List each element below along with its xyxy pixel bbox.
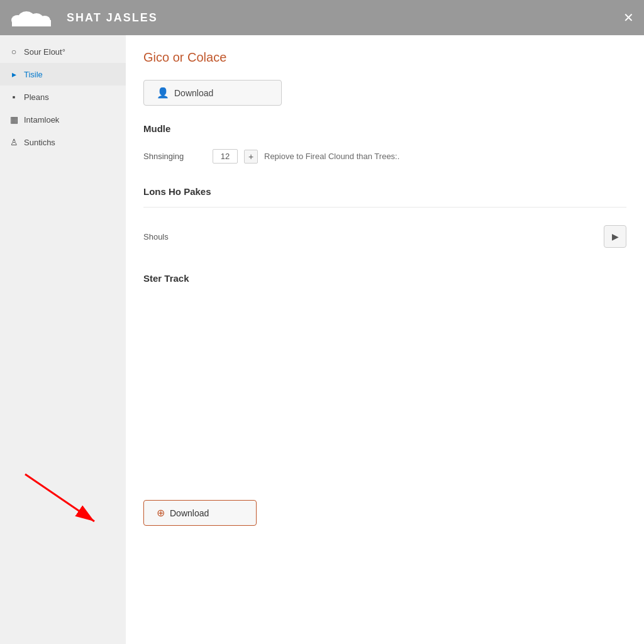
page-title: Gico or Colace xyxy=(143,50,626,65)
sidebar-item-tisile[interactable]: ▸ Tisile xyxy=(0,63,126,86)
sour-elout-icon: ○ xyxy=(9,47,19,57)
sidebar-item-suntichs[interactable]: ♙ Suntichs xyxy=(0,131,126,153)
sidebar-item-label: Suntichs xyxy=(24,138,55,147)
sidebar-item-label: Sour Elout° xyxy=(24,47,65,57)
sidebar-item-sour-elout[interactable]: ○ Sour Elout° xyxy=(0,40,126,63)
shouls-row: Shouls ▶ xyxy=(143,218,626,255)
pleans-icon: ▪ xyxy=(9,92,19,102)
lons-ho-pakes-header: Lons Ho Pakes xyxy=(143,186,626,197)
svg-line-6 xyxy=(25,474,94,521)
sidebar-item-pleans[interactable]: ▪ Pleans xyxy=(0,86,126,108)
intamloek-icon: ▦ xyxy=(9,114,19,125)
module-section-header: Mudle xyxy=(143,123,626,134)
app-header: SHAT JASLES ✕ xyxy=(0,0,644,35)
content-area: Gico or Colace 👤 Download Mudle Shnsingi… xyxy=(126,35,644,644)
soundcloud-logo-icon xyxy=(10,8,54,28)
tisile-icon: ▸ xyxy=(9,69,19,79)
ster-track-header: Ster Track xyxy=(143,273,626,284)
arrow-annotation xyxy=(13,468,113,531)
main-layout: ○ Sour Elout° ▸ Tisile ▪ Pleans ▦ Intaml… xyxy=(0,35,644,644)
sidebar-item-label: Pleans xyxy=(24,92,49,102)
play-icon: ▶ xyxy=(612,231,619,242)
header-title: SHAT JASLES xyxy=(67,11,623,25)
ster-track-section: Ster Track xyxy=(143,273,626,482)
play-button[interactable]: ▶ xyxy=(604,225,626,248)
download-bottom-icon: ⊕ xyxy=(157,507,165,519)
sidebar-item-label: Tisile xyxy=(24,70,43,79)
svg-rect-4 xyxy=(12,20,51,26)
section-divider xyxy=(143,207,626,208)
suntichs-icon: ♙ xyxy=(9,137,19,147)
download-bottom-button[interactable]: ⊕ Download xyxy=(143,500,257,526)
sidebar-item-label: Intamloek xyxy=(24,115,59,125)
close-icon[interactable]: ✕ xyxy=(623,10,634,25)
sidebar: ○ Sour Elout° ▸ Tisile ▪ Pleans ▦ Intaml… xyxy=(0,35,126,644)
ster-track-content xyxy=(143,294,626,482)
field-label: Shnsinging xyxy=(143,152,206,161)
module-field-row: Shnsinging 12 + Repiove to Fireal Clound… xyxy=(143,144,626,169)
person-download-icon: 👤 xyxy=(157,87,169,99)
lons-ho-pakes-section: Lons Ho Pakes Shouls ▶ xyxy=(143,186,626,255)
module-section: Mudle Shnsinging 12 + Repiove to Fireal … xyxy=(143,123,626,169)
field-description: Repiove to Fireal Clound than Trees:. xyxy=(264,152,399,161)
field-value[interactable]: 12 xyxy=(213,149,238,164)
plus-button[interactable]: + xyxy=(244,150,258,164)
download-bottom-label: Download xyxy=(170,508,209,518)
sidebar-item-intamloek[interactable]: ▦ Intamloek xyxy=(0,108,126,131)
shouls-label: Shouls xyxy=(143,232,169,242)
logo-container xyxy=(10,8,54,28)
download-top-label: Download xyxy=(174,88,213,98)
download-top-button[interactable]: 👤 Download xyxy=(143,80,282,106)
